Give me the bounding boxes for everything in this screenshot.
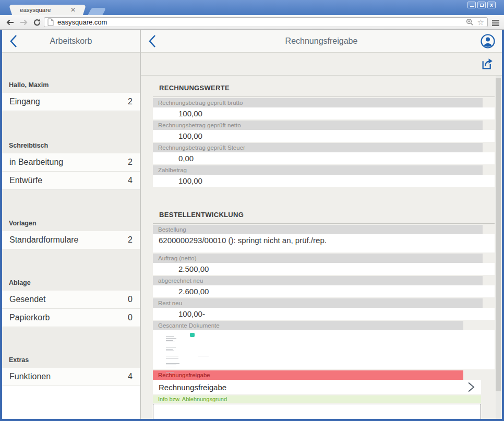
form-field-rechnungsfreigabe: Rechnungsfreigabe Rechnungsfreigabe	[153, 370, 502, 394]
sidebar-item-in-bearbeitung[interactable]: in Bearbeitung 2	[2, 153, 140, 172]
field-label: Bestellung	[153, 225, 483, 234]
window-controls: x	[467, 2, 496, 8]
section-title-bestellentwicklung: BESTELLENTWICKLUNG	[153, 202, 495, 224]
field-label-error: Rechnungsfreigabe	[153, 370, 463, 380]
sidebar-item-gesendet[interactable]: Gesendet 0	[2, 291, 140, 309]
sidebar-item-count: 4	[128, 372, 133, 381]
section-title-rechnungswerte: RECHNUNGSWERTE	[153, 76, 495, 97]
form-field: Bestellung 6200000293/00010 (): springt …	[153, 225, 502, 252]
main-header: Rechnungsfreigabe	[141, 30, 502, 53]
user-icon[interactable]	[480, 33, 496, 49]
page-icon	[47, 18, 54, 26]
sidebar-item-entwuerfe[interactable]: Entwürfe 4	[2, 172, 140, 190]
sidebar-item-count: 2	[128, 158, 133, 167]
form-field-info: Info bzw. Ablehnungsgrund	[153, 395, 502, 419]
sidebar-item-label: Entwürfe	[9, 176, 42, 185]
sidebar-item-papierkorb[interactable]: Papierkorb 0	[2, 309, 140, 327]
field-label: Auftrag (netto)	[153, 254, 483, 263]
scrollbar-track[interactable]	[496, 76, 501, 419]
minimize-icon	[470, 6, 474, 7]
close-button[interactable]: x	[487, 2, 496, 8]
sidebar-item-count: 2	[128, 235, 133, 245]
sidebar-header: Arbeitskorb	[2, 30, 140, 53]
sidebar-section-schreibtisch: Schreibtisch	[2, 111, 140, 153]
main-back-icon[interactable]	[148, 34, 157, 48]
field-label: Rechnungsbetrag geprüft netto	[153, 121, 483, 130]
field-value: 100,00-	[153, 308, 495, 320]
form-field: Rechnungsbetrag geprüft netto 100,00	[153, 121, 502, 142]
browser-titlebar[interactable]: easysquare ✕ x	[0, 0, 504, 15]
app-content: Arbeitskorb Hallo, Maxim Eingang 2 Schre…	[2, 30, 502, 419]
share-icon[interactable]	[481, 57, 495, 71]
form-field: Auftrag (netto) 2.500,00	[153, 254, 502, 275]
field-label-success: Info bzw. Ablehnungsgrund	[153, 395, 481, 403]
bookmark-star-icon[interactable]: ☆	[477, 18, 484, 26]
browser-tab[interactable]: easysquare ✕	[15, 5, 80, 15]
form-field: Zahlbetrag 100,00	[153, 165, 502, 187]
sidebar-back-icon[interactable]	[9, 34, 18, 48]
forward-arrow-icon	[19, 18, 28, 27]
page-title: Rechnungsfreigabe	[285, 37, 358, 46]
refresh-button[interactable]	[32, 18, 42, 27]
main-panel: Rechnungsfreigabe RECHNUNGSWERTE Rechnu	[141, 30, 502, 419]
sidebar-item-label: Standardformulare	[9, 235, 79, 245]
sidebar-title: Arbeitskorb	[50, 37, 92, 46]
url-text: easysquare.com	[57, 18, 466, 26]
scrollbar-thumb[interactable]	[496, 78, 501, 391]
refresh-icon	[33, 18, 41, 27]
field-value: Rechnungsfreigabe	[159, 383, 226, 392]
field-value: 6200000293/00010 (): springt nicht an, p…	[153, 234, 495, 252]
sidebar-item-funktionen[interactable]: Funktionen 4	[2, 368, 140, 386]
field-value: 100,00	[153, 130, 495, 142]
form-field-documents: Gescannte Dokumente	[153, 321, 502, 369]
action-toolbar	[141, 53, 502, 76]
field-value: 0,00	[153, 152, 495, 164]
field-label: abgerechnet neu	[153, 276, 483, 285]
field-value: 2.600,00	[153, 285, 495, 297]
field-label: Zahlbetrag	[153, 165, 483, 175]
browser-toolbar: easysquare.com ☆	[0, 15, 504, 30]
sidebar-section-vorlagen: Vorlagen	[2, 190, 140, 231]
new-tab-button[interactable]	[88, 8, 106, 15]
chevron-right-icon	[467, 382, 475, 392]
sidebar-item-eingang[interactable]: Eingang 2	[2, 93, 140, 111]
field-value: 2.500,00	[153, 263, 495, 275]
sidebar-section-ablage: Ablage	[2, 249, 140, 291]
sidebar-item-count: 0	[128, 313, 133, 322]
sidebar-empty-area	[2, 386, 140, 419]
sidebar: Arbeitskorb Hallo, Maxim Eingang 2 Schre…	[2, 30, 140, 419]
minimize-button[interactable]	[467, 2, 476, 8]
forward-button[interactable]	[19, 18, 28, 27]
back-arrow-icon	[6, 18, 15, 27]
info-comment-input[interactable]	[153, 404, 481, 419]
form-body: RECHNUNGSWERTE Rechnungsbetrag geprüft b…	[141, 76, 502, 419]
sidebar-item-label: Gesendet	[9, 295, 45, 304]
field-label: Rechnungsbetrag geprüft Steuer	[153, 143, 483, 152]
tab-title: easysquare	[15, 7, 70, 13]
back-button[interactable]	[5, 18, 15, 27]
sidebar-item-count: 4	[128, 176, 133, 185]
zoom-icon[interactable]	[466, 18, 474, 26]
form-field: Rechnungsbetrag geprüft Steuer 0,00	[153, 143, 502, 164]
tab-close-icon[interactable]: ✕	[70, 7, 80, 13]
maximize-icon	[480, 4, 484, 7]
sidebar-item-label: Eingang	[9, 97, 40, 106]
rechnungsfreigabe-nav-row[interactable]: Rechnungsfreigabe	[153, 380, 481, 394]
sidebar-greeting: Hallo, Maxim	[2, 53, 140, 93]
form-field: Rest neu 100,00-	[153, 298, 502, 320]
document-badge-icon	[190, 333, 195, 337]
maximize-button[interactable]	[477, 2, 486, 8]
close-icon: x	[490, 3, 493, 8]
browser-menu-icon[interactable]	[492, 20, 499, 26]
field-label: Rest neu	[153, 298, 483, 308]
sidebar-item-label: Funktionen	[9, 372, 51, 381]
field-value: 100,00	[153, 107, 495, 119]
sidebar-item-count: 0	[128, 295, 133, 304]
field-label: Gescannte Dokumente	[153, 321, 463, 330]
document-thumbnail[interactable]	[166, 332, 209, 366]
browser-window: easysquare ✕ x easysquare	[0, 0, 504, 421]
sidebar-item-label: Papierkorb	[9, 313, 50, 322]
sidebar-item-standardformulare[interactable]: Standardformulare 2	[2, 231, 140, 249]
field-value: 100,00	[153, 175, 495, 187]
address-bar[interactable]: easysquare.com ☆	[44, 17, 488, 27]
